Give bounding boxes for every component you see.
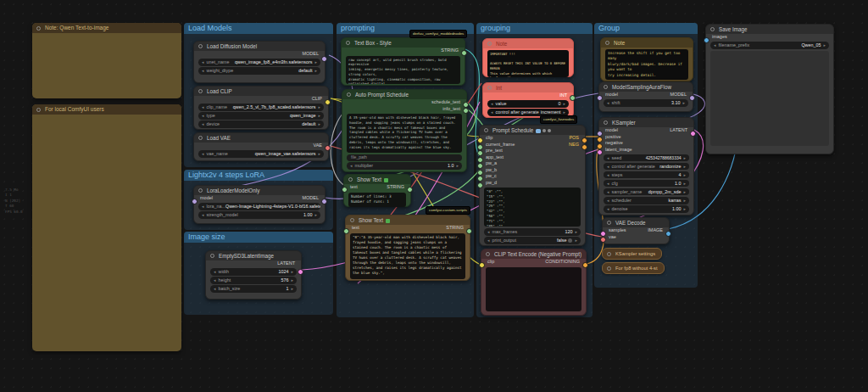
collapse-icon[interactable] [604,120,608,125]
toggle-icon[interactable] [568,238,572,243]
group-image-size-title[interactable]: Image size [184,232,333,243]
collapse-icon[interactable] [486,252,490,256]
collapse-icon[interactable] [36,26,41,31]
input-port-text[interactable] [343,228,349,234]
output-port-info-text[interactable] [463,108,469,114]
group-lightx2v-title[interactable]: Lightx2v 4 steps LoRA [184,170,333,181]
collapse-icon[interactable] [198,89,203,93]
node-note-shift[interactable]: Note Increase the shift if you get too m… [600,37,693,81]
node-load-diffusion-model[interactable]: Load Diffusion Model MODEL unet_nameqwen… [193,41,326,83]
input-port-model[interactable] [597,95,603,101]
widget-width[interactable]: width1024 [210,268,297,276]
output-port-string[interactable] [407,187,413,193]
note-qwen-text-to-image[interactable]: Note: Qwen Text-to-image [32,23,181,98]
node-text-box-style[interactable]: Text Box - Style STRING raw concept art,… [341,37,465,86]
node-int[interactable]: Int INT value0 control after generateinc… [482,82,574,118]
widget-value[interactable]: value0 [487,100,569,108]
input-port-pw-b[interactable] [477,170,483,176]
input-port-app-text[interactable] [477,157,483,163]
widget-steps[interactable]: steps4 [604,171,689,179]
auto-prompt-text[interactable]: A 35-year-old man with disheveled black … [347,114,462,153]
output-port-clip[interactable] [325,99,331,105]
group-right-title[interactable]: Group [594,23,698,34]
output-port-model[interactable] [321,199,327,204]
input-port-clip[interactable] [477,137,483,143]
node-vae-decode[interactable]: VAE Decode samplesIMAGE vae [602,217,670,244]
node-empty-sd3-latent-image[interactable]: EmptySD3LatentImage LATENT width1024 hei… [205,250,302,300]
collapse-icon[interactable] [607,221,611,225]
collapse-icon[interactable] [484,128,488,132]
output-port-int[interactable] [570,95,576,101]
widget-denoise[interactable]: denoise1.00 [604,205,689,213]
file-path-input[interactable]: file_path [347,154,462,161]
widget-control-after-generate[interactable]: control after generaterandomize [604,163,689,171]
output-port-vae[interactable] [325,145,331,151]
collapse-icon[interactable] [348,177,353,182]
widget-cfg[interactable]: cfg1.0 [604,180,689,188]
output-port-latent[interactable] [298,269,303,275]
input-port-model[interactable] [597,131,603,137]
node-clip-text-encode-negative[interactable]: CLIP Text Encode (Negative Prompt) clipC… [481,249,587,316]
widget-type[interactable]: typeqwen_image [198,112,324,120]
input-port-pw-a[interactable] [477,163,483,169]
widget-strength-model[interactable]: strength_model1.00 [198,211,320,219]
output-port-model[interactable] [689,95,695,101]
widget-weight-dtype[interactable]: weight_dtypedefault [198,67,320,75]
output-port-model[interactable] [321,56,327,62]
widget-device[interactable]: devicedefault [198,120,324,128]
input-port-pre-text[interactable] [477,150,483,156]
input-port-clip[interactable] [479,262,485,268]
note-local-comfyui-users[interactable]: For local ComfyUI users [32,104,181,351]
output-port-latent[interactable] [690,131,696,137]
collapse-icon[interactable] [210,254,214,258]
input-port-latent-image[interactable] [597,149,603,155]
output-port-schedule-text[interactable] [463,102,469,108]
node-show-text-2[interactable]: Show Text textSTRING "0":"A 35-year-old … [345,215,470,281]
collapse-icon[interactable] [604,85,608,89]
input-port-images[interactable] [704,37,709,43]
widget-filename-prefix[interactable]: filename_prefixQwen_05 [710,42,829,49]
widget-print-output[interactable]: print_outputfalse [484,237,581,244]
output-port-string[interactable] [466,228,472,234]
node-lora-loader-model-only[interactable]: LoraLoaderModelOnly modelMODEL lora_na..… [193,185,326,224]
node-fp8-note-collapsed[interactable]: For fp8 without 4-st [602,262,665,274]
negative-prompt-text[interactable] [486,267,581,311]
input-port-pw-c[interactable] [477,176,483,182]
widget-multiplier[interactable]: multiplier1.0 [347,162,462,170]
input-port-vae[interactable] [600,237,606,243]
node-graph-canvas[interactable]: 7.5 Mo I 1 N [202] T 60 FPS 60.0 Load Mo… [0,0,868,392]
collapse-icon[interactable] [36,108,41,112]
widget-batch-size[interactable]: batch_size1 [210,285,297,293]
collapse-icon[interactable] [346,41,350,45]
collapse-icon[interactable] [198,44,203,48]
collapse-icon[interactable] [350,218,354,222]
widget-clip-name[interactable]: clip_nameqwen_2.5_vl_7b_fp8_scaled.safet… [198,104,324,111]
widget-max-frames[interactable]: max_frames120 [484,228,581,236]
output-port-pos[interactable] [581,137,587,143]
widget-seed[interactable]: seed425342788683334 [604,154,689,162]
collapse-icon[interactable] [198,136,203,140]
widget-shift[interactable]: shift3.10 [604,99,688,107]
node-ksampler-settings-collapsed[interactable]: KSampler settings [602,248,662,260]
show-text-output[interactable]: Number of lines: 3 Number of runs: 1 [348,193,406,207]
shift-note-text[interactable]: Increase the shift if you get too many b… [605,49,688,80]
collapse-icon[interactable] [607,266,611,271]
node-ksampler[interactable]: KSampler modelLATENT positive negative l… [598,117,694,216]
output-port-image[interactable] [665,231,671,237]
widget-scheduler[interactable]: schedulerkarras [604,197,689,204]
input-port-negative[interactable] [597,143,603,149]
node-load-vae[interactable]: Load VAE VAE vae_nameqwen_image_vae.safe… [193,132,329,161]
textbox-style-text[interactable]: raw concept art, wild pencil brush strok… [346,56,460,84]
node-save-image[interactable]: Save Image images filename_prefixQwen_05 [705,24,834,154]
output-port-conditioning[interactable] [582,262,588,268]
important-note-text[interactable]: IMPORTANT !!! ALWAYS RESET THIS INT VALU… [487,50,569,77]
collapse-icon[interactable] [198,188,203,193]
input-port-samples[interactable] [600,231,606,237]
input-port-current-frame[interactable] [477,144,483,150]
show-text-output[interactable]: "0":"A 35-year-old man with disheveled b… [350,233,465,279]
node-note-important[interactable]: Note IMPORTANT !!! ALWAYS RESET THIS INT… [482,38,574,77]
node-show-text-1[interactable]: Show Text textSTRING Number of lines: 3 … [343,174,411,207]
node-model-sampling-auraflow[interactable]: ModelSamplingAuraFlow modelMODEL shift3.… [598,81,693,112]
input-port-pw-d[interactable] [477,182,483,188]
collapse-icon[interactable] [487,86,492,90]
